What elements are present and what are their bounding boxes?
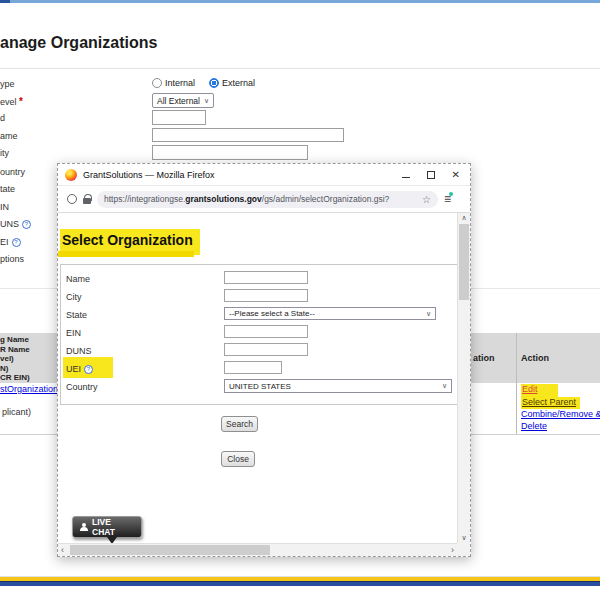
- country-label: ountry: [0, 167, 25, 177]
- chevron-down-icon: ∨: [442, 382, 447, 390]
- country-field-label: Country: [66, 382, 98, 392]
- table-col2-header: ation: [473, 353, 495, 363]
- chevron-down-icon: ∨: [204, 97, 209, 105]
- level-select[interactable]: All External ∨: [152, 93, 214, 108]
- city-field-label: City: [66, 292, 82, 302]
- browser-urlbar: https://integrationgse.grantsolutions.go…: [58, 186, 470, 213]
- ein-label: IN: [0, 202, 9, 212]
- table-col3-header: Action: [521, 353, 549, 363]
- popup-content: Select Organization Name City State --Pl…: [58, 213, 470, 556]
- state-select[interactable]: --Please select a State-- ∨: [224, 307, 436, 320]
- url-input[interactable]: https://integrationgse.grantsolutions.go…: [97, 191, 438, 208]
- close-button[interactable]: Close: [221, 451, 255, 467]
- uei-help-icon[interactable]: ?: [84, 365, 93, 374]
- name-input[interactable]: [152, 128, 344, 142]
- search-button[interactable]: Search: [221, 416, 258, 432]
- title-divider: [0, 68, 600, 69]
- duns-label: UNS?: [0, 219, 31, 229]
- form-row-city: City: [61, 289, 457, 307]
- state-field-label: State: [66, 310, 87, 320]
- select-parent-link[interactable]: Select Parent: [521, 397, 580, 410]
- ein-field-label: EIN: [66, 328, 81, 338]
- combine-remove-link[interactable]: Combine/Remove &: [521, 409, 600, 421]
- country-select[interactable]: UNITED STATES ∨: [224, 379, 452, 393]
- uei-field-label: UEI?: [66, 364, 93, 374]
- footer-blue-stripe: [0, 581, 600, 586]
- ein-field-input[interactable]: [224, 325, 308, 338]
- live-chat-label: LIVE CHAT: [92, 517, 135, 537]
- city-field-input[interactable]: [224, 289, 308, 302]
- delete-link[interactable]: Delete: [521, 421, 547, 433]
- chevron-down-icon: ∨: [426, 310, 431, 318]
- city-input[interactable]: [152, 145, 308, 160]
- radio-internal[interactable]: [152, 78, 162, 88]
- form-row-name: Name: [61, 271, 457, 289]
- name-label: ame: [0, 131, 18, 141]
- firefox-icon: [65, 169, 77, 181]
- scroll-left-icon[interactable]: ‹: [61, 544, 64, 556]
- vertical-scroll-thumb[interactable]: [459, 224, 469, 300]
- horizontal-scrollbar[interactable]: ‹ ›: [58, 543, 457, 556]
- uei-field-input[interactable]: [224, 361, 282, 374]
- vertical-scrollbar[interactable]: ∧ ∨: [457, 213, 470, 543]
- uei-label: EI?: [0, 237, 21, 247]
- radio-external-label: External: [222, 78, 255, 88]
- maximize-icon[interactable]: [427, 171, 435, 179]
- minimize-icon[interactable]: [402, 177, 410, 178]
- popup-heading: Select Organization: [62, 232, 193, 248]
- organization-link[interactable]: stOrganization: [0, 384, 58, 394]
- name-field-label: Name: [66, 274, 90, 284]
- url-prefix: https://integrationgse.: [104, 194, 185, 204]
- scrollbar-corner: [457, 543, 470, 556]
- name-field-input[interactable]: [224, 271, 308, 284]
- lock-icon[interactable]: [83, 198, 91, 204]
- window-titlebar[interactable]: GrantSolutions — Mozilla Firefox ✕: [58, 164, 470, 186]
- table-column-divider: [516, 333, 517, 434]
- heading-highlight-swipe: [58, 251, 194, 257]
- form-row-country: Country UNITED STATES ∨: [61, 379, 457, 397]
- scroll-up-icon[interactable]: ∧: [458, 214, 470, 222]
- shield-icon[interactable]: [67, 194, 77, 204]
- table-col1-header: g Name R Name vel) N) CR EIN): [0, 335, 30, 383]
- form-row-state: State --Please select a State-- ∨: [61, 307, 457, 325]
- window-title: GrantSolutions — Mozilla Firefox: [83, 170, 215, 180]
- duns-help-icon[interactable]: ?: [22, 220, 31, 229]
- uei-help-icon[interactable]: ?: [12, 238, 21, 247]
- state-label: tate: [0, 184, 15, 194]
- level-label: evel *: [0, 96, 23, 107]
- city-label: ity: [0, 148, 9, 158]
- firefox-popup-window: GrantSolutions — Mozilla Firefox ✕ https…: [57, 163, 471, 557]
- person-icon: [79, 523, 88, 532]
- horizontal-scroll-thumb[interactable]: [70, 545, 270, 555]
- bookmark-star-icon[interactable]: ☆: [418, 194, 431, 205]
- form-row-uei: UEI?: [61, 361, 457, 379]
- menu-update-badge: [449, 192, 453, 196]
- duns-field-label: DUNS: [66, 346, 92, 356]
- id-label: d: [0, 113, 5, 123]
- screen: anage Organizations ype evel * d ame ity…: [0, 0, 600, 600]
- edit-link[interactable]: Edit: [521, 384, 558, 397]
- close-icon[interactable]: ✕: [452, 170, 460, 180]
- radio-external[interactable]: [209, 78, 219, 88]
- action-links: Edit Select Parent Combine/Remove & Dele…: [521, 384, 600, 432]
- radio-internal-label: Internal: [165, 78, 195, 88]
- page-title: anage Organizations: [0, 34, 157, 52]
- url-domain: grantsolutions.gov: [185, 194, 262, 204]
- live-chat-button[interactable]: LIVE CHAT: [72, 516, 142, 538]
- url-path: /gs/admin/selectOrganization.gsi?: [262, 194, 390, 204]
- type-radio-group: Internal External: [152, 78, 255, 88]
- form-row-ein: EIN: [61, 325, 457, 343]
- duns-field-input[interactable]: [224, 343, 308, 356]
- id-input[interactable]: [152, 110, 206, 125]
- search-form: Name City State --Please select a State-…: [60, 264, 458, 405]
- scroll-right-icon[interactable]: ›: [451, 544, 454, 556]
- required-asterisk: *: [19, 96, 23, 107]
- options-label: ptions: [0, 254, 24, 264]
- form-row-duns: DUNS: [61, 343, 457, 361]
- organization-subtext: plicant): [2, 407, 31, 417]
- top-border-strip: [0, 0, 600, 3]
- scroll-down-icon[interactable]: ∨: [458, 534, 470, 542]
- type-label: ype: [0, 79, 15, 89]
